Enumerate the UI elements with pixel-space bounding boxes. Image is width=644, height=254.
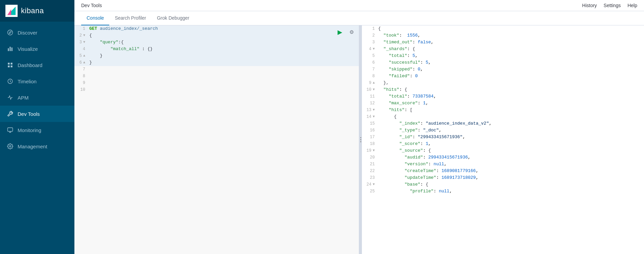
out-content-25: "profile": null, [377, 188, 644, 195]
compass-icon [7, 29, 14, 36]
out-gutter-16: 16 [362, 127, 377, 134]
line-number-3: 3▼ [74, 39, 88, 46]
out-gutter-22: 22 [362, 168, 377, 174]
line-number-8: 8 [74, 73, 88, 80]
topbar-actions: History Settings Help [582, 3, 637, 8]
tab-search-profiler[interactable]: Search Profiler [109, 11, 152, 25]
sidebar-item-visualize[interactable]: Visualize [0, 41, 74, 57]
out-gutter-23: 23 [362, 174, 377, 181]
editor-area: ▶ ⚙ 1 GET audience_index/_search 2▼ { 3▼… [74, 25, 644, 254]
out-gutter-19: 19▼ [362, 147, 377, 154]
line-number-6: 6▲ [74, 59, 88, 66]
svg-rect-12 [8, 128, 13, 131]
code-editor[interactable]: 1 GET audience_index/_search 2▼ { 3▼ "qu… [74, 25, 359, 254]
out-line-23: 23 "updateTime": 1689173718029, [362, 174, 644, 181]
out-gutter-13: 13▼ [362, 107, 377, 113]
out-gutter-12: 12 [362, 100, 377, 107]
tabs-bar: Console Search Profiler Grok Debugger [74, 11, 644, 25]
code-line-7: 7 [74, 66, 359, 73]
sidebar-item-devtools[interactable]: Dev Tools [0, 106, 74, 122]
out-gutter-6: 6 [362, 59, 377, 66]
out-content-14: { [377, 113, 644, 120]
out-content-18: "_score": 1, [377, 141, 644, 147]
line-content-2: { [88, 32, 359, 39]
timelion-icon [7, 78, 14, 85]
out-content-15: "_index": "audience_index_data_v2", [377, 120, 644, 127]
settings-link[interactable]: Settings [604, 3, 621, 8]
out-gutter-2: 2 [362, 32, 377, 39]
out-content-9: }, [377, 80, 644, 86]
out-gutter-20: 20 [362, 154, 377, 161]
out-gutter-15: 15 [362, 120, 377, 127]
code-line-2: 2▼ { [74, 32, 359, 39]
panel-divider[interactable] [359, 25, 362, 254]
apm-icon [7, 94, 14, 101]
line-content-5: } [88, 52, 359, 59]
divider-dot-3 [360, 141, 361, 142]
sidebar-item-timelion[interactable]: Timelion [0, 73, 74, 89]
svg-rect-4 [8, 48, 9, 51]
editor-toolbar: ▶ ⚙ [335, 27, 356, 37]
out-content-6: "successful": 5, [377, 59, 644, 66]
svg-marker-3 [9, 31, 11, 34]
divider-dots [360, 137, 361, 142]
history-link[interactable]: History [582, 3, 597, 8]
out-gutter-4: 4▼ [362, 46, 377, 52]
out-content-4: "_shards": { [377, 46, 644, 52]
out-line-21: 21 "version": null, [362, 161, 644, 168]
out-gutter-24: 24▼ [362, 181, 377, 188]
code-line-5: 5▲ } [74, 52, 359, 59]
out-content-3: "timed_out": false, [377, 39, 644, 46]
out-gutter-18: 18 [362, 141, 377, 147]
out-gutter-14: 14▼ [362, 113, 377, 120]
help-link[interactable]: Help [627, 3, 637, 8]
out-line-12: 12 "max_score": 1, [362, 100, 644, 107]
output-scroll[interactable]: 1 { 2 "took": 1556, 3 "timed_out": false… [362, 25, 644, 254]
line-number-10: 10 [74, 86, 88, 93]
sidebar-item-monitoring[interactable]: Monitoring [0, 122, 74, 138]
sidebar-label-discover: Discover [18, 30, 37, 36]
sidebar-label-apm: APM [18, 95, 29, 101]
out-line-24: 24▼ "base": { [362, 181, 644, 188]
line-number-5: 5▲ [74, 52, 88, 59]
code-line-3: 3▼ "query":{ [74, 39, 359, 46]
out-content-2: "took": 1556, [377, 32, 644, 39]
sidebar-item-apm[interactable]: APM [0, 89, 74, 106]
out-gutter-8: 8 [362, 73, 377, 80]
out-content-19: "_source": { [377, 147, 644, 154]
divider-dot-2 [360, 139, 361, 140]
gear-icon [7, 143, 14, 150]
out-line-5: 5 "total": 5, [362, 52, 644, 59]
out-line-20: 20 "audid": 299433415671936, [362, 154, 644, 161]
out-line-4: 4▼ "_shards": { [362, 46, 644, 52]
sidebar-nav: Discover Visualize Dashboard [0, 22, 74, 254]
sidebar-item-management[interactable]: Management [0, 138, 74, 154]
out-line-17: 17 "_id": "299433415671936", [362, 134, 644, 141]
out-line-13: 13▼ "hits": [ [362, 107, 644, 113]
out-line-9: 9▲ }, [362, 80, 644, 86]
out-line-11: 11 "total": 73387584, [362, 93, 644, 100]
out-content-23: "updateTime": 1689173718029, [377, 174, 644, 181]
settings-button[interactable]: ⚙ [347, 27, 356, 37]
svg-rect-6 [12, 47, 13, 51]
out-line-2: 2 "took": 1556, [362, 32, 644, 39]
sidebar-item-dashboard[interactable]: Dashboard [0, 57, 74, 73]
out-content-7: "skipped": 0, [377, 66, 644, 73]
out-gutter-21: 21 [362, 161, 377, 168]
out-gutter-3: 3 [362, 39, 377, 46]
line-number-4: 4 [74, 46, 88, 52]
logo: kibana [0, 0, 74, 22]
code-line-4: 4 "match_all" : {} [74, 46, 359, 52]
tab-console[interactable]: Console [81, 11, 109, 25]
tab-grok-debugger[interactable]: Grok Debugger [152, 11, 195, 25]
code-line-10: 10 [74, 86, 359, 93]
out-content-17: "_id": "299433415671936", [377, 134, 644, 141]
out-content-20: "audid": 299433415671936, [377, 154, 644, 161]
run-button[interactable]: ▶ [335, 27, 345, 37]
sidebar-label-management: Management [18, 144, 47, 149]
out-content-21: "version": null, [377, 161, 644, 168]
out-gutter-7: 7 [362, 66, 377, 73]
out-gutter-11: 11 [362, 93, 377, 100]
sidebar-item-discover[interactable]: Discover [0, 24, 74, 41]
output-panel: 1 { 2 "took": 1556, 3 "timed_out": false… [362, 25, 644, 254]
